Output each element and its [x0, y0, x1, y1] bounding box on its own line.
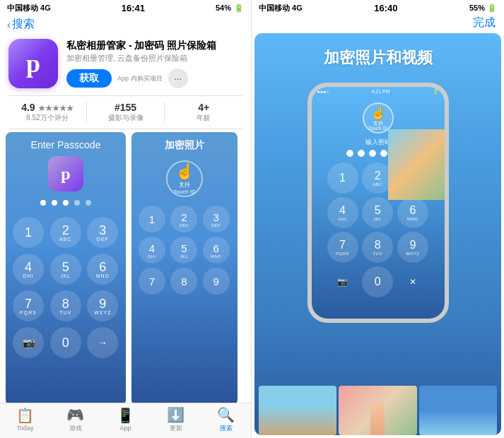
sc1-key-5[interactable]: 5JKL [50, 254, 81, 285]
tab-games-icon: 🎮 [66, 406, 84, 423]
phone-key-9[interactable]: 9WXYZ [397, 232, 428, 263]
sc1-key-0[interactable]: 0 [50, 327, 81, 358]
sc2-touchid-icon: ☝ [175, 162, 194, 181]
sc1-key-6[interactable]: 6MNO [87, 254, 118, 285]
phone-key-7[interactable]: 7PQRS [327, 232, 358, 263]
phone-dot-1 [346, 150, 353, 157]
phone-battery: 🔋 [433, 89, 439, 95]
app-icon[interactable]: p [8, 39, 58, 88]
back-nav[interactable]: ‹ 搜索 [0, 16, 251, 36]
tab-bar: 📋 Today 🎮 游戏 📱 App ⬇️ 更新 🔍 搜索 [0, 403, 251, 438]
sc2-key-2[interactable]: 2ABC [170, 206, 197, 232]
sc1-dot-1 [40, 200, 46, 206]
phone-inner: ●●●○ 4:21 PM 🔋 ☝ 支持 Touch ID 输入密码 [312, 87, 445, 319]
tab-update-label: 更新 [170, 424, 182, 433]
battery-icon-left: 🔋 [234, 4, 244, 13]
battery-text-left: 54% [216, 4, 231, 12]
phone-key-4[interactable]: 4GHI [327, 197, 358, 228]
rating-rank: #155 摄影与录像 [86, 102, 165, 123]
tab-search[interactable]: 🔍 搜索 [217, 406, 235, 433]
sc1-key-2[interactable]: 2ABC [50, 217, 81, 248]
sc1-dot-4 [74, 200, 80, 206]
rank-num: #155 [115, 102, 136, 113]
back-label[interactable]: 搜索 [12, 17, 35, 32]
phone-key-del[interactable]: ✕ [397, 266, 428, 297]
screenshots-area: Enter Passcode p 1 2ABC 3DEF 4GHI 5JKL 6… [0, 129, 251, 403]
score-count: 8.52万个评分 [26, 113, 68, 123]
phone-touchid-fingerprint-icon: ☝ [370, 105, 386, 121]
back-chevron-icon: ‹ [7, 19, 11, 30]
more-button[interactable]: ··· [168, 69, 188, 88]
photo-thumb-ocean [419, 386, 497, 435]
tab-app[interactable]: 📱 App [117, 407, 134, 432]
phone-mockup: ●●●○ 4:21 PM 🔋 ☝ 支持 Touch ID 输入密码 [307, 83, 449, 323]
screenshot-2[interactable]: 加密照片 ☝ 支持 Touch ID 1 2ABC 3DEF 4GHI 5JKL… [131, 132, 238, 403]
phone-dot-3 [369, 150, 376, 157]
phone-key-6[interactable]: 6MNO [397, 197, 428, 228]
phone-key-0[interactable]: 0 [362, 266, 393, 297]
sc2-key-1[interactable]: 1 [139, 206, 165, 232]
status-icons-left: 54% 🔋 [216, 4, 244, 13]
phone-signal: ●●●○ [317, 89, 329, 95]
rating-age: 4+ 年龄 [164, 102, 242, 123]
sc2-key-4[interactable]: 4GHI [139, 237, 165, 264]
carrier-right: 中国移动 4G [259, 3, 303, 13]
score-value: 4.9 ★★★★★ [21, 102, 73, 113]
sc1-numpad: 1 2ABC 3DEF 4GHI 5JKL 6MNO 7PQRS 8TUV 9W… [13, 217, 119, 358]
status-icons-right: 55% 🔋 [469, 4, 497, 13]
phone-key-cam[interactable]: 📷 [327, 266, 358, 297]
big-sc-title: 加密照片和视频 [324, 47, 433, 69]
sc1-key-9[interactable]: 9WXYZ [87, 290, 118, 321]
sc1-key-arrow[interactable]: → [87, 327, 118, 358]
sc2-touchid: ☝ 支持 Touch ID [166, 160, 203, 197]
sc1-key-1[interactable]: 1 [13, 217, 44, 248]
sc2-key-9[interactable]: 9 [203, 268, 230, 295]
tab-search-icon: 🔍 [217, 406, 235, 423]
done-button[interactable]: 完成 [473, 16, 496, 30]
phone-key-1[interactable]: 1 [327, 162, 358, 194]
phone-key-8[interactable]: 8TUV [362, 232, 393, 263]
tab-update[interactable]: ⬇️ 更新 [167, 406, 184, 433]
phone-touchid-label2: Touch ID [368, 126, 388, 131]
age-label: 年龄 [197, 113, 211, 123]
sc1-key-8[interactable]: 8TUV [50, 290, 81, 321]
battery-icon-right: 🔋 [487, 4, 497, 12]
sc1-key-7[interactable]: 7PQRS [13, 290, 44, 321]
tab-today-icon: 📋 [16, 407, 34, 424]
sc1-key-cam[interactable]: 📷 [13, 327, 44, 358]
big-screenshot[interactable]: 加密照片和视频 ●●●○ 4:21 PM 🔋 ☝ 支持 Touch ID 输入密… [254, 33, 501, 435]
sc1-dots [40, 200, 91, 206]
photos-strip [254, 381, 501, 435]
sc1-key-3[interactable]: 3DEF [87, 217, 118, 248]
sc2-key-3[interactable]: 3DEF [203, 206, 230, 232]
battery-text-right: 55% [469, 4, 485, 12]
app-inner-purchase-label: App 内购买项目 [117, 74, 163, 83]
app-icon-letter: p [26, 49, 40, 78]
tab-app-icon: 📱 [117, 407, 134, 424]
tab-games[interactable]: 🎮 游戏 [66, 406, 84, 433]
phone-key-5[interactable]: 5JKL [362, 197, 393, 228]
screenshot-1[interactable]: Enter Passcode p 1 2ABC 3DEF 4GHI 5JKL 6… [6, 132, 126, 403]
sc1-dot-3 [63, 200, 69, 206]
sc2-key-7[interactable]: 7 [139, 268, 165, 295]
sc2-touchid-label2: Touch ID [173, 189, 196, 195]
sc1-dot-2 [52, 200, 57, 206]
tab-update-icon: ⬇️ [167, 406, 184, 423]
sc1-key-4[interactable]: 4GHI [13, 254, 44, 285]
app-actions: 获取 App 内购买项目 ··· [66, 69, 242, 88]
app-subtitle: 加密相册管理, 云盘备份照片保险箱 [66, 53, 242, 63]
status-bar-right: 中国移动 4G 16:40 55% 🔋 [252, 0, 504, 16]
phone-photo-girl [388, 129, 445, 200]
tab-today[interactable]: 📋 Today [16, 407, 34, 432]
app-title: 私密相册管家 - 加密码 照片保险箱 [66, 39, 242, 52]
app-info: 私密相册管家 - 加密码 照片保险箱 加密相册管理, 云盘备份照片保险箱 获取 … [66, 39, 242, 88]
sc2-touchid-label1: 支持 [179, 181, 190, 189]
sc2-key-8[interactable]: 8 [170, 268, 197, 295]
sc2-key-6[interactable]: 6MNO [203, 237, 230, 264]
app-header: p 私密相册管家 - 加密码 照片保险箱 加密相册管理, 云盘备份照片保险箱 获… [0, 36, 251, 95]
get-button[interactable]: 获取 [66, 69, 112, 88]
status-bar-left: 中国移动 4G 16:41 54% 🔋 [0, 0, 251, 16]
photo-thumb-boat [259, 386, 336, 435]
phone-dot-4 [380, 150, 387, 157]
sc2-key-5[interactable]: 5JKL [170, 237, 197, 264]
